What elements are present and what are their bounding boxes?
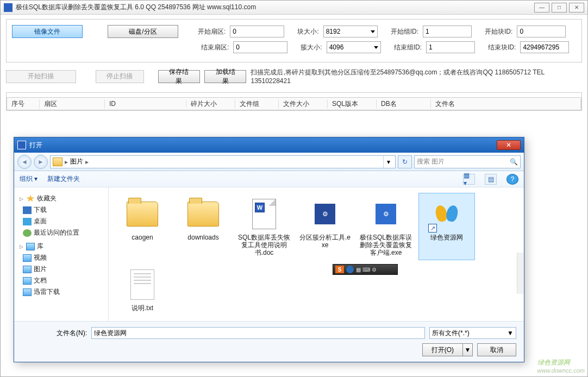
help-icon[interactable]: ? [506,174,518,185]
search-icon: 🔍 [510,158,518,166]
open-button-main[interactable]: 打开(O) [422,343,463,356]
end-sector-label: 结束扇区: [201,43,229,52]
file-filter-combo[interactable]: 所有文件(*.*)▼ [429,327,516,339]
disk-partition-button[interactable]: 磁盘/分区 [108,25,178,38]
col-filesize[interactable]: 文件大小 [279,99,328,109]
cancel-button[interactable]: 取消 [477,343,516,356]
search-input[interactable]: 搜索 图片 🔍 [414,155,521,168]
file-name: downloads [187,234,218,241]
end-block-input[interactable] [520,41,569,53]
search-placeholder: 搜索 图片 [417,157,445,166]
save-result-button[interactable]: 保存结果 [158,70,200,83]
file-item[interactable]: downloads [175,193,232,260]
dialog-toolbar: 组织 ▾ 新建文件夹 ▦ ▾ ▤ ? [14,171,524,187]
col-filegroup[interactable]: 文件组 [235,99,279,109]
cluster-size-label: 簇大小: [301,43,322,52]
filename-input[interactable] [91,327,425,339]
titlebar: 极佳SQL数据库误删除丢失覆盖恢复工具 6.0 QQ 254897536 网址 … [1,1,587,15]
organize-button[interactable]: 组织 ▾ [20,174,37,184]
block-size-combo[interactable]: 8192 [323,26,378,37]
view-mode-button[interactable]: ▦ ▾ [463,174,475,185]
file-name: 说明.txt [132,304,153,312]
end-group-label: 结束组ID: [394,43,422,52]
breadcrumb-item[interactable]: 图片 [70,157,83,166]
dialog-title: 打开 [29,141,497,150]
maximize-button[interactable]: □ [552,3,567,12]
dialog-close-button[interactable]: ✕ [497,140,521,150]
dialog-footer: 文件名(N): 所有文件(*.*)▼ 打开(O) ▼ 取消 [14,321,524,362]
end-group-input[interactable] [426,41,475,53]
tree-documents[interactable]: 文档 [16,275,106,286]
col-dbname[interactable]: DB名 [377,99,431,109]
file-item[interactable]: ↗绿色资源网 [418,193,475,260]
filename-label: 文件名(N): [22,329,87,338]
close-button[interactable]: ✕ [569,3,584,12]
ime-sogou-icon[interactable]: S [335,266,344,273]
col-id[interactable]: ID [105,100,186,108]
ime-toolbar[interactable]: S ▦ ⌨ ⚙ [333,264,398,275]
new-folder-button[interactable]: 新建文件夹 [47,174,80,184]
open-button-dropdown[interactable]: ▼ [463,343,473,356]
file-name: SQL数据库丢失恢复工具使用说明书.doc [237,234,291,256]
file-list[interactable]: caogendownloadsWSQL数据库丢失恢复工具使用说明书.doc⚙分区… [109,187,524,321]
file-name: 分区簇分析工具.exe [298,234,352,249]
file-name: caogen [132,234,153,241]
dialog-nav: ◄ ► ▸ 图片 ▸ ▾ ↻ 搜索 图片 🔍 [14,153,524,171]
file-item[interactable]: caogen [114,193,171,260]
window-title: 极佳SQL数据库误删除丢失覆盖恢复工具 6.0 QQ 254897536 网址 … [16,3,534,12]
open-dialog: 打开 ✕ ◄ ► ▸ 图片 ▸ ▾ ↻ 搜索 图片 🔍 组织 ▾ 新建文件夹 ▦… [14,137,524,362]
tree-downloads[interactable]: 下载 [16,204,106,216]
nav-forward-button[interactable]: ► [34,155,48,169]
col-frag-size[interactable]: 碎片大小 [186,99,235,109]
open-button[interactable]: 打开(O) ▼ [422,343,473,356]
start-sector-label: 开始扇区: [198,27,226,36]
start-group-input[interactable] [423,26,472,37]
tree-pictures[interactable]: 图片 [16,263,106,275]
nav-tree: ▷收藏夹 下载 桌面 最近访问的位置 ▷库 视频 图片 文档 迅雷下载 [14,187,109,321]
breadcrumb[interactable]: ▸ 图片 ▸ ▾ [50,155,396,168]
scan-hint: 扫描完成后,将碎片提取到其他分区压缩传至254897536@qq.com；或者在… [251,68,582,85]
breadcrumb-dropdown[interactable]: ▾ [383,156,393,168]
tree-libraries[interactable]: ▷库 [16,241,106,252]
tree-desktop[interactable]: 桌面 [16,216,106,227]
start-sector-input[interactable] [230,26,284,37]
tree-xunlei[interactable]: 迅雷下载 [16,286,106,298]
refresh-button[interactable]: ↻ [398,155,412,168]
start-block-input[interactable] [517,26,566,37]
start-block-label: 开始块ID: [485,27,512,36]
result-table-header: 序号 扇区 ID 碎片大小 文件组 文件大小 SQL版本 DB名 文件名 [7,97,581,110]
col-filename[interactable]: 文件名 [431,99,581,109]
tree-favorites[interactable]: ▷收藏夹 [16,193,106,204]
cluster-size-combo[interactable]: 4096 [327,41,381,53]
col-sector[interactable]: 扇区 [40,99,105,109]
top-group: 镜像文件 磁盘/分区 开始扇区: 块大小: 8192 开始组ID: 开始块ID:… [6,19,582,62]
file-item[interactable]: ⚙分区簇分析工具.exe [297,193,353,260]
dialog-app-icon [17,141,26,149]
scrollbar[interactable] [517,253,523,294]
col-index[interactable]: 序号 [7,99,40,109]
file-name: 绿色资源网 [430,234,463,241]
nav-back-button[interactable]: ◄ [17,155,32,169]
app-icon [4,3,12,12]
stop-scan-button[interactable]: 停止扫描 [96,70,144,83]
file-name: 极佳SQL数据库误删除丢失覆盖恢复客户端.exe [359,234,412,256]
end-block-label: 结束块ID: [488,43,516,52]
end-sector-input[interactable] [233,41,287,53]
folder-icon [53,158,62,166]
file-item[interactable]: WSQL数据库丢失恢复工具使用说明书.doc [236,193,292,260]
file-item[interactable]: ⚙极佳SQL数据库误删除丢失覆盖恢复客户端.exe [358,193,414,260]
preview-pane-button[interactable]: ▤ [485,174,497,185]
load-result-button[interactable]: 加载结果 [204,70,246,83]
tree-recent[interactable]: 最近访问的位置 [16,227,106,238]
minimize-button[interactable]: — [534,3,549,12]
ime-mode-icon[interactable] [346,266,354,273]
start-scan-button[interactable]: 开始扫描 [6,70,76,83]
dialog-titlebar[interactable]: 打开 ✕ [14,137,524,153]
chevron-right-icon: ▸ [85,158,89,166]
block-size-label: 块大小: [297,27,318,36]
start-group-label: 开始组ID: [391,27,418,36]
col-sqlver[interactable]: SQL版本 [328,99,377,109]
image-file-button[interactable]: 镜像文件 [12,25,83,38]
tree-videos[interactable]: 视频 [16,252,106,263]
file-item[interactable]: 说明.txt [114,263,171,316]
